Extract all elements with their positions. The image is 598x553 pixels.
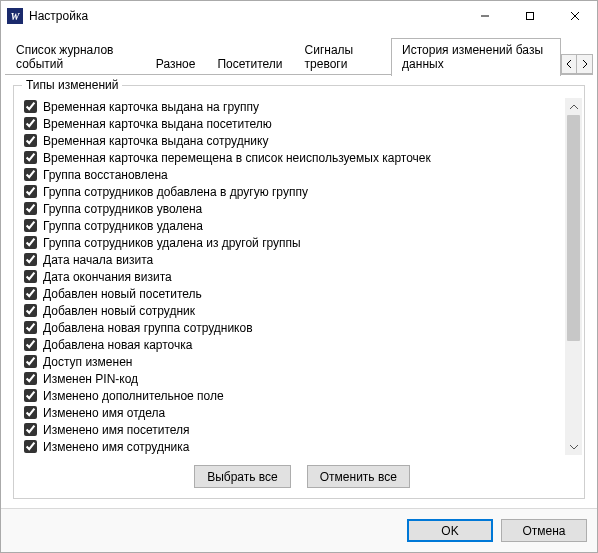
list-item: Дата начала визита	[22, 251, 565, 268]
change-type-label: Добавлен новый сотрудник	[43, 304, 195, 318]
change-type-label: Изменено имя посетителя	[43, 423, 190, 437]
change-type-label: Добавлен новый посетитель	[43, 287, 202, 301]
tab-content: Типы изменений Временная карточка выдана…	[5, 74, 593, 507]
change-type-checkbox[interactable]	[24, 287, 37, 300]
change-type-label: Изменено дополнительное поле	[43, 389, 224, 403]
list-item: Группа сотрудников удалена	[22, 217, 565, 234]
tab-0[interactable]: Список журналов событий	[5, 38, 145, 76]
ok-button[interactable]: OK	[407, 519, 493, 542]
change-type-checkbox[interactable]	[24, 202, 37, 215]
tab-strip: Список журналов событийРазноеПосетителиС…	[1, 31, 597, 75]
list-item: Изменен PIN-код	[22, 370, 565, 387]
tab-2[interactable]: Посетители	[206, 52, 293, 76]
change-type-checkbox[interactable]	[24, 117, 37, 130]
list-item: Изменено имя сотрудника	[22, 438, 565, 455]
select-all-button[interactable]: Выбрать все	[194, 465, 291, 488]
change-type-label: Группа сотрудников удалена из другой гру…	[43, 236, 301, 250]
scroll-thumb[interactable]	[567, 115, 580, 341]
change-type-checkbox[interactable]	[24, 185, 37, 198]
tab-scroll-left[interactable]	[561, 54, 577, 74]
list-item: Изменено имя отдела	[22, 404, 565, 421]
list-item: Изменено имя посетителя	[22, 421, 565, 438]
list-item: Временная карточка выдана сотруднику	[22, 132, 565, 149]
change-type-checkbox[interactable]	[24, 338, 37, 351]
minimize-button[interactable]	[462, 1, 507, 31]
change-type-label: Группа восстановлена	[43, 168, 168, 182]
change-type-checkbox[interactable]	[24, 389, 37, 402]
change-type-label: Дата начала визита	[43, 253, 153, 267]
list-item: Добавлен новый сотрудник	[22, 302, 565, 319]
change-types-group: Типы изменений Временная карточка выдана…	[13, 85, 585, 499]
change-type-checkbox[interactable]	[24, 253, 37, 266]
change-type-checkbox[interactable]	[24, 151, 37, 164]
scroll-down-icon[interactable]	[565, 438, 582, 455]
check-list: Временная карточка выдана на группуВреме…	[22, 98, 565, 455]
scroll-track[interactable]	[565, 115, 582, 438]
tab-3[interactable]: Сигналы тревоги	[294, 38, 392, 76]
list-item: Добавлена новая группа сотрудников	[22, 319, 565, 336]
group-buttons: Выбрать все Отменить все	[22, 455, 582, 490]
list-item: Временная карточка выдана на группу	[22, 98, 565, 115]
change-type-label: Дата окончания визита	[43, 270, 172, 284]
list-item: Изменено дополнительное поле	[22, 387, 565, 404]
change-type-label: Группа сотрудников добавлена в другую гр…	[43, 185, 308, 199]
check-scroll-area: Временная карточка выдана на группуВреме…	[22, 98, 582, 455]
deselect-all-button[interactable]: Отменить все	[307, 465, 410, 488]
group-label: Типы изменений	[22, 78, 122, 92]
dialog-footer: OK Отмена	[1, 508, 597, 552]
change-type-label: Группа сотрудников удалена	[43, 219, 203, 233]
vertical-scrollbar[interactable]	[565, 98, 582, 455]
close-button[interactable]	[552, 1, 597, 31]
change-type-checkbox[interactable]	[24, 321, 37, 334]
change-type-checkbox[interactable]	[24, 219, 37, 232]
tab-4[interactable]: История изменений базы данных	[391, 38, 561, 76]
change-type-checkbox[interactable]	[24, 236, 37, 249]
change-type-label: Изменено имя отдела	[43, 406, 165, 420]
list-item: Группа сотрудников уволена	[22, 200, 565, 217]
app-icon: W	[7, 8, 23, 24]
tab-scroll	[561, 54, 593, 75]
list-item: Временная карточка выдана посетителю	[22, 115, 565, 132]
change-type-checkbox[interactable]	[24, 372, 37, 385]
change-type-checkbox[interactable]	[24, 134, 37, 147]
change-type-label: Временная карточка выдана посетителю	[43, 117, 272, 131]
titlebar: W Настройка	[1, 1, 597, 31]
window-controls	[462, 1, 597, 31]
list-item: Добавлен новый посетитель	[22, 285, 565, 302]
change-type-label: Добавлена новая карточка	[43, 338, 192, 352]
change-type-label: Доступ изменен	[43, 355, 132, 369]
list-item: Добавлена новая карточка	[22, 336, 565, 353]
maximize-button[interactable]	[507, 1, 552, 31]
change-type-label: Добавлена новая группа сотрудников	[43, 321, 253, 335]
list-item: Доступ изменен	[22, 353, 565, 370]
svg-rect-1	[526, 13, 533, 20]
change-type-checkbox[interactable]	[24, 100, 37, 113]
change-type-checkbox[interactable]	[24, 423, 37, 436]
change-type-label: Группа сотрудников уволена	[43, 202, 202, 216]
change-type-checkbox[interactable]	[24, 270, 37, 283]
list-item: Группа восстановлена	[22, 166, 565, 183]
change-type-checkbox[interactable]	[24, 440, 37, 453]
cancel-button[interactable]: Отмена	[501, 519, 587, 542]
change-type-label: Временная карточка выдана сотруднику	[43, 134, 268, 148]
list-item: Группа сотрудников удалена из другой гру…	[22, 234, 565, 251]
change-type-checkbox[interactable]	[24, 406, 37, 419]
change-type-label: Временная карточка выдана на группу	[43, 100, 259, 114]
change-type-label: Временная карточка перемещена в список н…	[43, 151, 431, 165]
list-item: Дата окончания визита	[22, 268, 565, 285]
change-type-checkbox[interactable]	[24, 355, 37, 368]
settings-dialog: W Настройка Список журналов событийРазно…	[0, 0, 598, 553]
change-type-label: Изменен PIN-код	[43, 372, 138, 386]
window-title: Настройка	[29, 9, 462, 23]
tab-scroll-right[interactable]	[577, 54, 593, 74]
scroll-up-icon[interactable]	[565, 98, 582, 115]
change-type-label: Изменено имя сотрудника	[43, 440, 189, 454]
change-type-checkbox[interactable]	[24, 304, 37, 317]
change-type-checkbox[interactable]	[24, 168, 37, 181]
list-item: Временная карточка перемещена в список н…	[22, 149, 565, 166]
tab-1[interactable]: Разное	[145, 52, 207, 76]
list-item: Группа сотрудников добавлена в другую гр…	[22, 183, 565, 200]
